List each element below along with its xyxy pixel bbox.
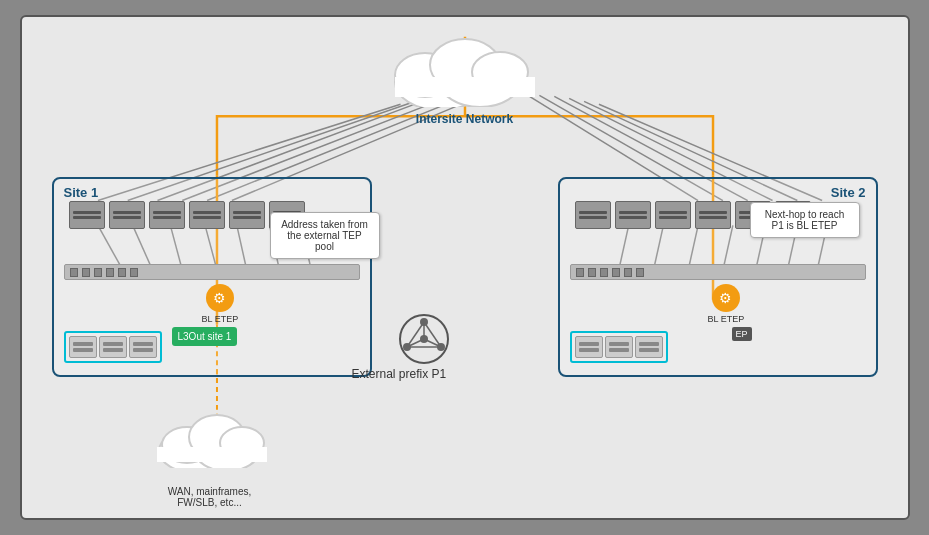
- site1-label: Site 1: [64, 185, 99, 200]
- svg-rect-56: [157, 447, 267, 462]
- callout-nexthop-text: Next-hop to reach P1 is BL ETEP: [765, 209, 845, 231]
- callout-nexthop: Next-hop to reach P1 is BL ETEP: [750, 202, 860, 238]
- site2-bl-etep-label: BL ETEP: [708, 314, 745, 324]
- spine-switch: [189, 201, 225, 229]
- server-icon: [129, 336, 157, 358]
- site1-l3out-box: L3Out site 1: [172, 327, 238, 346]
- spine-switch: [229, 201, 265, 229]
- site1-leaf-switches: [64, 264, 360, 280]
- diagram-container: Intersite Network Site 1 ⚙ BL ETEP: [20, 15, 910, 520]
- server-icon: [575, 336, 603, 358]
- intersite-network-label: Intersite Network: [416, 112, 513, 126]
- site2-server-group: [570, 331, 668, 363]
- wan-cloud: [152, 403, 272, 468]
- ep-box: EP: [732, 327, 752, 341]
- wan-label: WAN, mainframes, FW/SLB, etc...: [150, 486, 270, 508]
- callout-address: Address taken from the external TEP pool: [270, 212, 380, 259]
- spine-switch: [575, 201, 611, 229]
- spine-switch: [655, 201, 691, 229]
- site1-server-group: [64, 331, 162, 363]
- spine-switch: [615, 201, 651, 229]
- site2-gear-icon: ⚙: [712, 284, 740, 312]
- external-prefix-label: External prefix P1: [352, 367, 447, 381]
- site1-box: Site 1 ⚙ BL ETEP L3Out site 1: [52, 177, 372, 377]
- callout-address-text: Address taken from the external TEP pool: [281, 219, 368, 252]
- network-topology-icon: [397, 312, 452, 367]
- spine-switch: [109, 201, 145, 229]
- server-icon: [635, 336, 663, 358]
- site1-gear-icon: ⚙: [206, 284, 234, 312]
- site2-label: Site 2: [831, 185, 866, 200]
- server-icon: [69, 336, 97, 358]
- site1-bl-etep-label: BL ETEP: [202, 314, 239, 324]
- spine-switch: [69, 201, 105, 229]
- site2-leaf-switches: [570, 264, 866, 280]
- site1-bl-etep: ⚙ BL ETEP: [202, 284, 239, 324]
- server-icon: [99, 336, 127, 358]
- svg-rect-39: [395, 77, 535, 97]
- site2-bl-etep: ⚙ BL ETEP: [708, 284, 745, 324]
- spine-switch: [695, 201, 731, 229]
- server-icon: [605, 336, 633, 358]
- spine-switch: [149, 201, 185, 229]
- l3out-label: L3Out site 1: [178, 331, 232, 342]
- intersite-cloud: [385, 27, 545, 107]
